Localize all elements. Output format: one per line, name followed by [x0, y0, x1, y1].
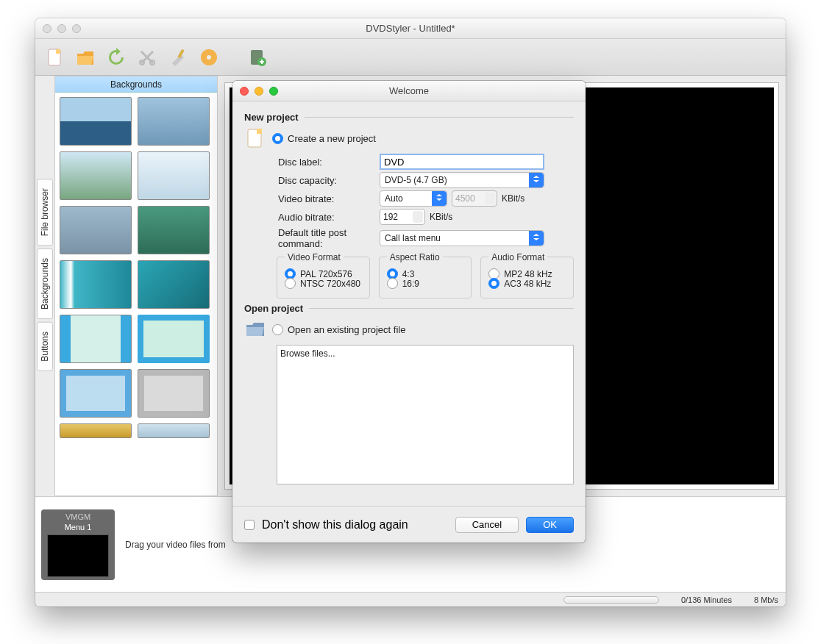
dialog-footer: Don't show this dialog again Cancel OK [232, 506, 586, 543]
aspect-169-radio[interactable] [387, 278, 398, 289]
chevron-updown-icon [432, 191, 447, 206]
chevron-updown-icon [529, 173, 544, 187]
disc-icon [199, 47, 219, 68]
background-thumb[interactable] [60, 206, 132, 254]
folder-open-icon [244, 318, 266, 340]
menu-name-label: Menu 1 [65, 523, 92, 532]
new-project-header: New project [244, 112, 574, 123]
open-project-radio[interactable] [272, 324, 283, 335]
background-thumb[interactable] [138, 97, 210, 146]
cut-button[interactable] [134, 44, 160, 71]
dont-show-label: Don't show this dialog again [262, 518, 408, 532]
status-bar: 0/136 Minutes 8 Mb/s [35, 592, 786, 607]
gallery-list[interactable] [55, 93, 217, 495]
main-titlebar[interactable]: DVDStyler - Untitled* [35, 18, 786, 39]
post-cmd-label: Default title post command: [244, 227, 380, 249]
open-project-header: Open project [244, 303, 574, 314]
background-thumb[interactable] [60, 315, 132, 363]
background-thumb[interactable] [138, 315, 210, 363]
timeline-hint: Drag your video files from [125, 540, 226, 550]
burn-button[interactable] [196, 44, 222, 71]
save-project-button[interactable] [103, 44, 129, 71]
background-thumb[interactable] [60, 260, 132, 309]
background-thumb[interactable] [60, 97, 132, 146]
video-ntsc-radio[interactable] [285, 278, 296, 289]
svg-rect-1 [56, 49, 60, 54]
welcome-dialog: Welcome New project Create a new project… [232, 81, 586, 543]
new-document-icon [244, 127, 266, 149]
side-tabstrip: File browser Backgrounds Buttons [35, 76, 54, 496]
window-title: DVDStyler - Untitled* [35, 23, 786, 34]
create-project-radio[interactable] [272, 133, 283, 144]
ok-button[interactable]: OK [526, 517, 574, 533]
background-thumb[interactable] [138, 151, 210, 200]
recent-files-list[interactable]: Browse files... [277, 345, 574, 484]
dont-show-checkbox[interactable] [244, 520, 255, 530]
menu-thumbnail[interactable]: VMGM Menu 1 [41, 509, 115, 580]
background-thumb[interactable] [138, 423, 210, 438]
audio-bitrate-stepper[interactable]: 192 [380, 209, 425, 225]
background-thumb[interactable] [138, 206, 210, 254]
dialog-titlebar[interactable]: Welcome [232, 81, 586, 101]
audio-bitrate-label: Audio bitrate: [244, 212, 380, 223]
folder-icon [75, 47, 96, 68]
tools-icon [168, 47, 188, 68]
post-cmd-select[interactable]: Call last menu [380, 230, 544, 246]
main-toolbar [35, 39, 786, 76]
video-bitrate-mode-select[interactable]: Auto [380, 190, 447, 207]
status-rate: 8 Mb/s [754, 595, 778, 604]
open-project-label: Open an existing project file [288, 324, 405, 335]
audio-bitrate-unit: KBit/s [430, 212, 452, 222]
capacity-meter [563, 596, 659, 604]
tab-backgrounds[interactable]: Backgrounds [37, 248, 53, 319]
video-bitrate-value-stepper: 4500 [452, 190, 497, 207]
backgrounds-panel: Backgrounds [54, 76, 218, 496]
add-file-icon [247, 47, 268, 68]
status-time: 0/136 Minutes [681, 595, 732, 604]
menu-group-label: VMGM [65, 512, 90, 521]
disc-label-input[interactable] [380, 154, 544, 170]
menu-mini-preview [47, 534, 109, 577]
background-thumb[interactable] [60, 369, 132, 418]
refresh-icon [106, 47, 127, 68]
disc-label-label: Disc label: [244, 157, 380, 168]
disc-capacity-label: Disc capacity: [244, 175, 380, 186]
dialog-title: Welcome [232, 85, 586, 96]
scissors-icon [137, 47, 157, 68]
browse-files-item[interactable]: Browse files... [280, 348, 570, 359]
aspect-ratio-group: Aspect Ratio 4:3 16:9 [379, 257, 472, 298]
open-project-button[interactable] [72, 44, 99, 71]
svg-rect-10 [257, 129, 262, 134]
svg-point-6 [207, 55, 211, 60]
video-bitrate-label: Video bitrate: [244, 193, 380, 204]
background-thumb[interactable] [60, 151, 132, 200]
audio-ac3-radio[interactable] [488, 278, 499, 289]
background-thumb[interactable] [60, 423, 132, 438]
tab-buttons[interactable]: Buttons [37, 322, 53, 371]
cancel-button[interactable]: Cancel [455, 517, 519, 533]
background-thumb[interactable] [138, 260, 210, 309]
create-project-label: Create a new project [288, 133, 376, 144]
tab-file-browser[interactable]: File browser [37, 179, 53, 246]
document-icon [44, 47, 65, 68]
audio-format-group: Audio Format MP2 48 kHz AC3 48 kHz [480, 257, 574, 298]
disc-capacity-select[interactable]: DVD-5 (4.7 GB) [380, 172, 544, 188]
background-thumb[interactable] [138, 369, 210, 418]
add-file-button[interactable] [244, 44, 271, 71]
settings-button[interactable] [165, 44, 191, 71]
video-bitrate-unit: KBit/s [502, 193, 524, 204]
new-project-button[interactable] [41, 44, 68, 71]
video-format-group: Video Format PAL 720x576 NTSC 720x480 [277, 257, 370, 298]
chevron-updown-icon [529, 231, 544, 246]
gallery-header: Backgrounds [55, 76, 217, 93]
